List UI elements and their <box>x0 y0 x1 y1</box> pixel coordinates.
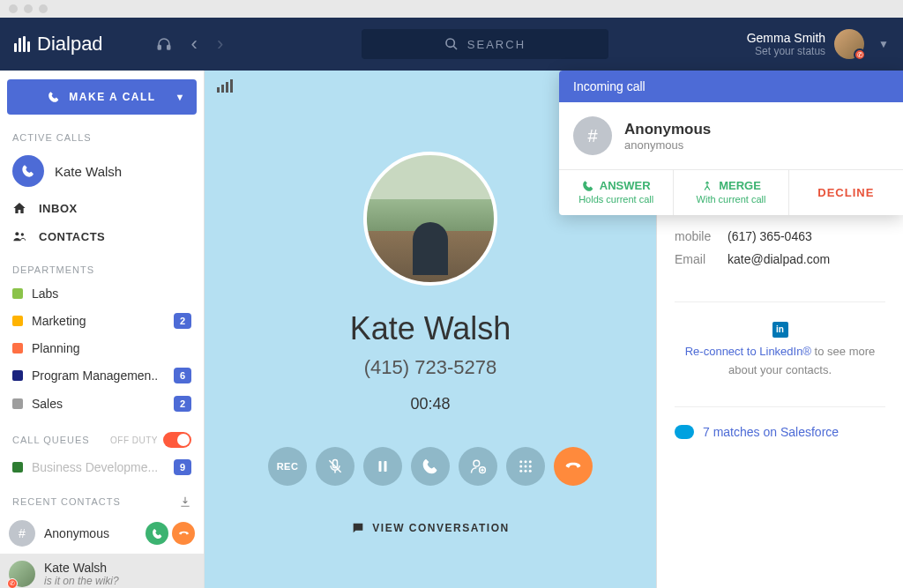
header-nav-icons: ‹ › <box>156 33 224 56</box>
info-row-email: Email kate@dialpad.com <box>675 252 885 266</box>
svg-point-18 <box>519 470 522 473</box>
pause-icon <box>375 458 391 474</box>
dept-name: Marketing <box>32 314 165 328</box>
call-duration: 00:48 <box>410 395 450 413</box>
user-menu[interactable]: Gemma Smith Set your status ✆ ▼ <box>747 29 889 59</box>
decline-label: DECLINE <box>817 186 874 199</box>
traffic-light-zoom[interactable] <box>39 4 48 13</box>
transfer-icon <box>422 458 439 475</box>
dept-item-sales[interactable]: Sales 2 <box>0 390 204 418</box>
dept-name: Sales <box>32 397 165 411</box>
caller-photo <box>363 152 497 286</box>
dept-item-labs[interactable]: Labs <box>0 280 204 307</box>
phone-badge-icon: ✆ <box>7 578 18 588</box>
record-button[interactable]: REC <box>268 447 307 486</box>
nav-contacts-label: CONTACTS <box>39 230 105 243</box>
chevron-down-icon: ▼ <box>175 92 186 102</box>
info-row-mobile: mobile (617) 365-0463 <box>675 229 885 243</box>
headset-icon[interactable] <box>156 36 172 52</box>
hangup-button[interactable] <box>554 447 593 486</box>
decline-icon[interactable] <box>172 522 195 545</box>
off-duty-toggle[interactable] <box>163 432 191 448</box>
queue-name: Business Developme... <box>32 460 165 474</box>
section-active-calls: ACTIVE CALLS <box>0 127 204 148</box>
merge-icon <box>701 180 713 192</box>
dept-item-planning[interactable]: Planning <box>0 335 204 361</box>
answer-button[interactable]: ANSWER Holds current call <box>559 170 674 215</box>
view-conversation-button[interactable]: VIEW CONVERSATION <box>351 521 509 535</box>
section-call-queues: CALL QUEUES OFF DUTY <box>0 427 204 453</box>
linkedin-box: in Re-connect to LinkedIn® to see more a… <box>675 301 885 380</box>
recent-contacts-label: RECENT CONTACTS <box>12 496 121 507</box>
recent-name: Kate Walsh <box>44 561 195 575</box>
traffic-light-minimize[interactable] <box>24 4 33 13</box>
merge-label: MERGE <box>719 179 761 192</box>
hash-avatar-icon: # <box>9 520 35 547</box>
brand-logo: Dialpad <box>14 33 103 56</box>
nav-inbox[interactable]: INBOX <box>0 194 204 222</box>
home-icon <box>12 201 28 215</box>
phone-badge-icon: ✆ <box>854 48 866 61</box>
nav-forward-icon[interactable]: › <box>217 33 223 56</box>
count-badge: 9 <box>174 459 191 475</box>
svg-point-10 <box>474 460 480 466</box>
svg-point-5 <box>21 233 24 235</box>
svg-point-14 <box>529 460 532 463</box>
merge-button[interactable]: MERGE With current call <box>674 170 788 215</box>
call-queues-label: CALL QUEUES <box>12 435 90 445</box>
mobile-label: mobile <box>675 229 728 243</box>
incoming-sub: anonymous <box>624 138 711 152</box>
dept-item-program-management[interactable]: Program Managemen.. 6 <box>0 361 204 390</box>
call-controls: REC <box>268 447 593 486</box>
linkedin-link[interactable]: Re-connect to LinkedIn® <box>685 345 811 358</box>
svg-point-15 <box>519 465 522 468</box>
count-badge: 6 <box>174 368 191 383</box>
popup-header: Incoming call <box>559 71 903 102</box>
transfer-button[interactable] <box>411 447 450 486</box>
nav-back-icon[interactable]: ‹ <box>191 33 198 56</box>
dept-item-marketing[interactable]: Marketing 2 <box>0 307 204 335</box>
count-badge: 2 <box>174 396 191 412</box>
popup-actions: ANSWER Holds current call MERGE With cur… <box>559 169 903 215</box>
recent-item-kate-walsh[interactable]: ✆ Kate Walsh is it on the wiki? <box>0 554 204 588</box>
svg-point-19 <box>525 470 527 473</box>
brand-icon <box>14 36 30 52</box>
hash-avatar-icon: # <box>573 116 612 155</box>
window-chrome <box>0 0 903 18</box>
queue-item-business-dev[interactable]: Business Developme... 9 <box>0 453 204 481</box>
off-duty-label: OFF DUTY <box>110 435 158 445</box>
nav-contacts[interactable]: CONTACTS <box>0 222 204 250</box>
merge-sub: With current call <box>679 194 782 205</box>
active-call-name: Kate Walsh <box>55 164 122 179</box>
svg-line-3 <box>453 46 457 49</box>
recent-item-anonymous[interactable]: # Anonymous <box>0 513 204 554</box>
mute-button[interactable] <box>316 447 354 486</box>
svg-point-20 <box>529 470 532 473</box>
traffic-light-close[interactable] <box>9 4 18 13</box>
decline-button[interactable]: DECLINE <box>789 170 903 215</box>
email-label: Email <box>675 252 728 266</box>
dialpad-button[interactable] <box>506 447 545 486</box>
user-avatar: ✆ <box>834 29 864 59</box>
add-participant-button[interactable] <box>459 447 497 486</box>
salesforce-row[interactable]: 7 matches on Salesforce <box>675 406 885 439</box>
email-value[interactable]: kate@dialpad.com <box>728 252 830 266</box>
svg-rect-8 <box>379 461 382 472</box>
color-swatch <box>12 343 23 354</box>
active-call-item[interactable]: Kate Walsh <box>0 148 204 194</box>
download-icon[interactable] <box>179 495 191 508</box>
hold-button[interactable] <box>363 447 402 486</box>
search-input[interactable]: SEARCH <box>362 29 608 59</box>
search-placeholder: SEARCH <box>467 38 526 51</box>
color-swatch <box>12 462 23 473</box>
chat-icon <box>351 521 365 535</box>
popup-body: # Anonymous anonymous <box>559 102 903 169</box>
recent-actions <box>146 522 195 545</box>
svg-point-13 <box>525 460 527 463</box>
answer-icon[interactable] <box>146 522 168 545</box>
make-call-button[interactable]: MAKE A CALL ▼ <box>7 79 197 115</box>
user-status: Set your status <box>747 45 825 57</box>
mobile-value[interactable]: (617) 365-0463 <box>728 229 812 243</box>
contacts-icon <box>12 229 28 243</box>
nav-inbox-label: INBOX <box>39 202 78 215</box>
